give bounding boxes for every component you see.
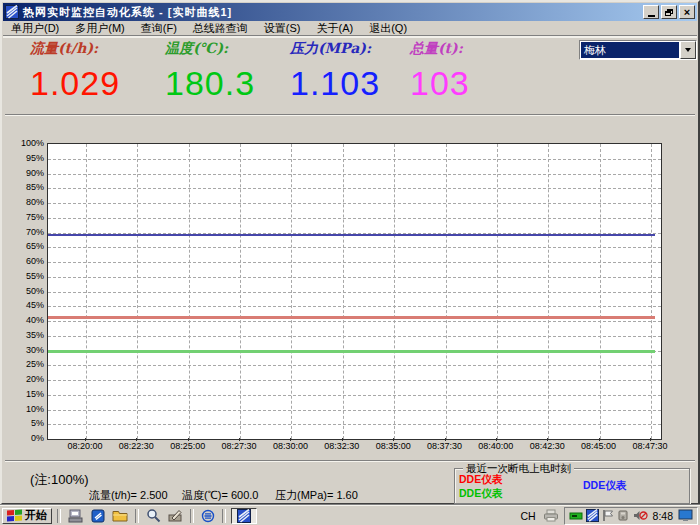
quicklaunch-ie-button[interactable] <box>199 508 217 524</box>
y-axis-label: 55% <box>2 271 44 281</box>
close-button[interactable]: × <box>679 5 695 19</box>
taskbar-separator <box>135 509 139 523</box>
volume-muted-icon[interactable] <box>633 509 648 522</box>
h-gridline <box>48 188 661 189</box>
h-gridline <box>48 336 661 337</box>
quicklaunch-pen-pad-button[interactable] <box>166 508 185 524</box>
desktop-machine-icon <box>68 509 84 523</box>
quicklaunch-desktop-machine-button[interactable] <box>66 508 86 524</box>
flag-icon[interactable] <box>602 509 614 522</box>
y-axis-label: 90% <box>2 168 44 178</box>
y-axis-label: 0% <box>2 433 44 443</box>
network-card-icon[interactable] <box>569 510 583 522</box>
x-axis-label: 08:37:30 <box>419 441 471 451</box>
x-axis-label: 08:25:00 <box>162 441 214 451</box>
series-line-0 <box>48 234 655 236</box>
y-axis-label: 20% <box>2 374 44 384</box>
blue-app-icon <box>91 509 105 523</box>
x-axis-label: 08:35:00 <box>367 441 419 451</box>
restore-button[interactable] <box>661 5 677 19</box>
minimize-icon <box>648 15 655 17</box>
pen-pad-icon <box>168 509 183 523</box>
combo-arrow-icon <box>685 48 691 52</box>
v-gridline <box>137 144 138 439</box>
quicklaunch-search-button[interactable] <box>144 508 163 524</box>
gauge-value-1: 180.3 <box>165 64 255 103</box>
h-gridline <box>48 321 661 322</box>
menu-item-4[interactable]: 设置(S) <box>256 21 309 36</box>
screen: 热网实时监控自动化系统 - [实时曲线1] × 单用户(D)多用户(M)查询(F… <box>0 0 700 525</box>
app-window: 热网实时监控自动化系统 - [实时曲线1] × 单用户(D)多用户(M)查询(F… <box>0 0 700 505</box>
gauge-label-1: 温度(℃): <box>165 40 228 58</box>
y-axis-label: 100% <box>2 138 44 148</box>
y-axis-label: 70% <box>2 227 44 237</box>
search-magnifier-icon <box>146 508 161 523</box>
v-gridline <box>86 144 87 439</box>
taskbar-separator <box>57 509 61 523</box>
menubar: 单用户(D)多用户(M)查询(F)总线路查询设置(S)关于(A)退出(Q) <box>3 21 697 36</box>
menu-item-5[interactable]: 关于(A) <box>309 21 362 36</box>
h-gridline <box>48 262 661 263</box>
v-gridline <box>189 144 190 439</box>
h-gridline <box>48 365 661 366</box>
range-value-1: 温度(℃)= 600.0 <box>182 488 258 503</box>
y-axis-label: 15% <box>2 389 44 399</box>
monitor-icon[interactable] <box>678 509 693 522</box>
quicklaunch-folder-button[interactable] <box>110 508 130 524</box>
dde-meter-label-2: DDE仪表 <box>583 479 626 493</box>
y-axis-label: 45% <box>2 300 44 310</box>
v-gridline <box>446 144 447 439</box>
scale-note: (注:100%) <box>30 471 89 489</box>
dde-meter-label-0: DDE仪表 <box>459 473 502 487</box>
menu-item-1[interactable]: 多用户(M) <box>67 21 133 36</box>
gauge-label-0: 流量(t/h): <box>30 40 98 58</box>
v-gridline <box>240 144 241 439</box>
language-indicator[interactable]: CH <box>518 508 537 524</box>
y-axis-label: 95% <box>2 153 44 163</box>
taskbar-separator <box>222 509 226 523</box>
range-value-2: 压力(MPa)= 1.60 <box>275 488 358 503</box>
start-button[interactable]: 开始 <box>2 508 52 524</box>
y-axis-label: 5% <box>2 418 44 428</box>
device-icon[interactable] <box>617 509 630 522</box>
y-axis-label: 50% <box>2 286 44 296</box>
combobox-dropdown-button[interactable] <box>680 41 696 59</box>
v-gridline <box>291 144 292 439</box>
station-combobox-value: 梅林 <box>581 42 679 58</box>
y-axis-label: 75% <box>2 212 44 222</box>
quicklaunch-blue-app-button[interactable] <box>89 508 107 524</box>
v-gridline <box>548 144 549 439</box>
titlebar: 热网实时监控自动化系统 - [实时曲线1] × <box>3 3 697 21</box>
h-gridline <box>48 380 661 381</box>
h-gridline <box>48 174 661 175</box>
v-gridline <box>651 144 652 439</box>
menu-item-0[interactable]: 单用户(D) <box>3 21 67 36</box>
y-axis-label: 80% <box>2 197 44 207</box>
y-axis-label: 10% <box>2 404 44 414</box>
y-axis-label: 40% <box>2 315 44 325</box>
gauge-value-0: 1.029 <box>30 64 120 103</box>
printer-icon <box>543 509 559 522</box>
x-axis-label: 08:30:00 <box>264 441 316 451</box>
x-axis-label: 08:45:00 <box>573 441 625 451</box>
h-gridline <box>48 203 661 204</box>
system-tray: 8:48 <box>564 507 698 525</box>
printer-tray-button[interactable] <box>541 508 561 524</box>
y-axis-label: 65% <box>2 241 44 251</box>
gauge-value-2: 1.103 <box>290 64 380 103</box>
start-button-label: 开始 <box>25 508 47 523</box>
menu-item-2[interactable]: 查询(F) <box>133 21 185 36</box>
separator-top <box>5 114 695 116</box>
start-windows-logo-icon <box>7 509 22 521</box>
x-axis-label: 08:40:00 <box>470 441 522 451</box>
active-task-button[interactable] <box>231 508 257 524</box>
y-axis-label: 35% <box>2 330 44 340</box>
station-combobox[interactable]: 梅林 <box>579 40 697 60</box>
app-icon[interactable] <box>586 509 599 522</box>
menu-item-3[interactable]: 总线路查询 <box>185 21 256 36</box>
minimize-button[interactable] <box>643 5 659 19</box>
h-gridline <box>48 277 661 278</box>
menu-item-6[interactable]: 退出(Q) <box>361 21 415 36</box>
h-gridline <box>48 395 661 396</box>
h-gridline <box>48 247 661 248</box>
